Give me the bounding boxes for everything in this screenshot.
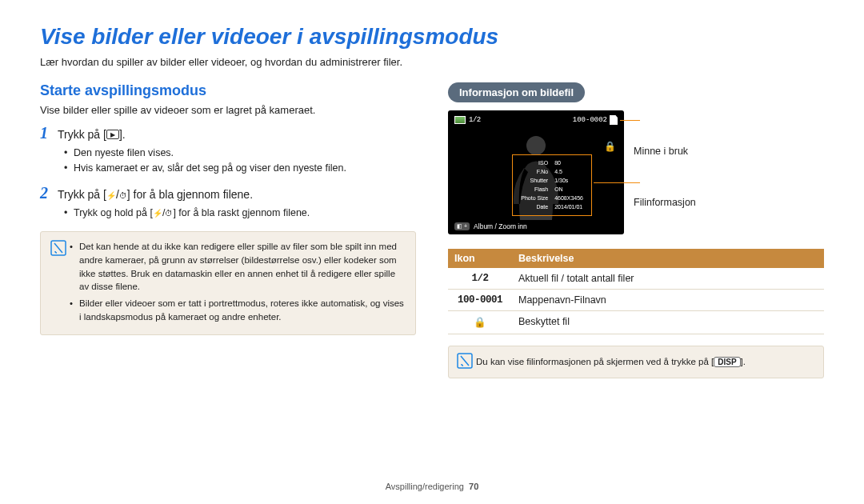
step1-after: ]. — [119, 128, 126, 141]
step-number: 2 — [40, 184, 58, 202]
step1-before: Trykk på [ — [58, 128, 106, 141]
info-v: 4.5 — [552, 168, 586, 175]
desc-cell: Beskyttet fil — [512, 311, 824, 334]
note-box: Det kan hende at du ikke kan redigere el… — [40, 231, 416, 335]
folder-file-number: 100-0002 — [573, 116, 607, 124]
note-icon — [457, 353, 476, 371]
note-disp-before: Du kan vise filinformasjonen på skjermen… — [476, 357, 714, 366]
table-row: 🔒 Beskyttet fil — [448, 311, 824, 334]
s2b-after: ] for å bla raskt gjennom filene. — [173, 207, 310, 218]
thumbnail-icon — [454, 116, 466, 124]
info-v: 80 — [552, 159, 586, 166]
bullet-item: Den nyeste filen vises. — [64, 146, 416, 161]
note-box-disp: Du kan vise filinformasjonen på skjermen… — [448, 346, 824, 378]
note-icon — [50, 240, 70, 326]
left-column: Starte avspillingsmodus Vise bilder elle… — [40, 82, 416, 378]
icon-cell-folder: 100-0001 — [448, 290, 512, 310]
note-disp-text: Du kan vise filinformasjonen på skjermen… — [476, 357, 746, 367]
screen-top-bar: 1/2 100-0002 — [454, 115, 618, 125]
step-1-text: Trykk på [▶]. — [58, 128, 126, 141]
step2-before: Trykk på [ — [58, 188, 106, 201]
info-k: ISO — [518, 159, 550, 166]
screen-bottom-bar: ◧+ Album / Zoom inn — [454, 222, 527, 230]
file-info-overlay: ISO80 F.No4.5 Shutter1/30s FlashON Photo… — [512, 154, 592, 216]
note-item: Det kan hende at du ikke kan redigere el… — [70, 240, 406, 294]
section-title: Starte avspillingsmodus — [40, 82, 416, 99]
footer-section: Avspilling/redigering — [386, 482, 464, 491]
info-v: 2014/01/01 — [552, 203, 586, 210]
step-number: 1 — [40, 124, 58, 142]
s2b-before: Trykk og hold på [ — [74, 207, 153, 218]
bullet-item: Hvis kameraet er av, slår det seg på og … — [64, 161, 416, 176]
page-intro: Lær hvordan du spiller av bilder eller v… — [40, 56, 824, 68]
info-k: Shutter — [518, 177, 550, 184]
timer-icon — [119, 188, 127, 201]
zoom-pill-icon: ◧+ — [454, 222, 470, 230]
footer-page: 70 — [469, 482, 478, 491]
note-item: Bilder eller videoer som er tatt i portr… — [70, 297, 406, 323]
info-k: Photo Size — [518, 194, 550, 202]
info-v: ON — [552, 186, 586, 193]
desc-cell: Aktuell fil / totalt antall filer — [512, 268, 824, 289]
table-row: 1/2 Aktuell fil / totalt antall filer — [448, 268, 824, 290]
info-k: Flash — [518, 186, 550, 193]
step-1-bullets: Den nyeste filen vises. Hvis kameraet er… — [40, 146, 416, 176]
memory-card-icon — [610, 115, 618, 125]
album-zoom-label: Album / Zoom inn — [474, 222, 527, 230]
table-row: 100-0001 Mappenavn-Filnavn — [448, 290, 824, 311]
file-counter: 1/2 — [469, 116, 481, 124]
flash-icon — [106, 188, 116, 201]
step-1: 1 Trykk på [▶]. — [40, 124, 416, 142]
icon-cell-counter: 1/2 — [448, 268, 512, 289]
note-list: Det kan hende at du ikke kan redigere el… — [70, 240, 406, 326]
screen-with-annotations: 1/2 100-0002 🔒 ISO80 F.No4.5 Shutter1/30… — [448, 110, 824, 234]
lock-icon: 🔒 — [604, 141, 616, 152]
step-2: 2 Trykk på [/] for å bla gjennom filene. — [40, 184, 416, 202]
icon-cell-lock: 🔒 — [448, 311, 512, 334]
right-column: Informasjon om bildefil 1/2 100-0002 🔒 — [448, 82, 824, 378]
content-columns: Starte avspillingsmodus Vise bilder elle… — [40, 82, 824, 378]
flash-icon — [153, 207, 162, 218]
disp-button-label: DISP — [714, 357, 740, 367]
step2-after: ] for å bla gjennom filene. — [127, 188, 253, 201]
info-k: F.No — [518, 168, 550, 175]
info-badge: Informasjon om bildefil — [448, 82, 585, 102]
page-footer: Avspilling/redigering 70 — [0, 482, 864, 491]
info-v: 4608X3456 — [552, 194, 586, 202]
timer-icon — [165, 207, 173, 218]
icon-description-table: Ikon Beskrivelse 1/2 Aktuell fil / total… — [448, 249, 824, 334]
th-icon: Ikon — [448, 249, 512, 268]
camera-screen: 1/2 100-0002 🔒 ISO80 F.No4.5 Shutter1/30… — [448, 110, 624, 234]
th-description: Beskrivelse — [512, 249, 824, 268]
step-2-bullets: Trykk og hold på [/] for å bla raskt gje… — [40, 206, 416, 221]
bullet-item: Trykk og hold på [/] for å bla raskt gje… — [64, 206, 416, 221]
section-subtitle: Vise bilder eller spille av videoer som … — [40, 104, 416, 116]
page-title: Vise bilder eller videoer i avspillingsm… — [40, 24, 824, 50]
info-k: Date — [518, 203, 550, 210]
annotation-memory: Minne i bruk — [634, 146, 696, 157]
table-header: Ikon Beskrivelse — [448, 249, 824, 268]
info-v: 1/30s — [552, 177, 586, 184]
note-disp-after: ]. — [741, 357, 746, 366]
annotation-fileinfo: Filinformasjon — [634, 197, 696, 208]
desc-cell: Mappenavn-Filnavn — [512, 290, 824, 310]
playback-icon: ▶ — [106, 130, 119, 139]
step-2-text: Trykk på [/] for å bla gjennom filene. — [58, 188, 253, 201]
